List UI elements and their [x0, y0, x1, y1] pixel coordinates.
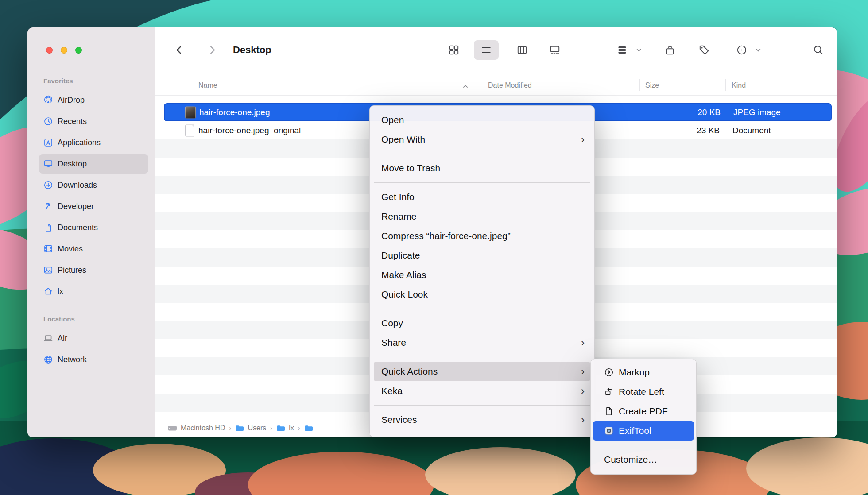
menu-separator	[374, 182, 590, 183]
more-chevron-down-icon[interactable]	[754, 40, 763, 60]
menu-item-label: Quick Actions	[381, 366, 438, 377]
hard-drive-icon	[167, 425, 177, 432]
screen: Favorites AirDrop Recents Applications	[0, 0, 868, 495]
menu-item-share[interactable]: Share›	[374, 333, 590, 352]
forward-button[interactable]	[202, 40, 222, 60]
jpeg-thumbnail-icon	[185, 106, 196, 118]
context-menu: Open Open With› Move to Trash Get Info R…	[369, 105, 595, 437]
share-button[interactable]	[660, 40, 680, 60]
menu-item-get-info[interactable]: Get Info	[374, 187, 590, 207]
menu-item-label: Open With	[381, 134, 425, 145]
film-icon	[43, 244, 53, 254]
more-options-button[interactable]	[732, 40, 752, 60]
file-kind: JPEG image	[733, 108, 781, 117]
sidebar-item-downloads[interactable]: Downloads	[39, 175, 148, 195]
column-divider[interactable]	[639, 79, 640, 91]
desktop-icon	[43, 159, 53, 169]
airdrop-icon	[43, 95, 53, 105]
menu-separator	[374, 357, 590, 357]
column-view-button[interactable]	[512, 40, 532, 60]
path-item-users[interactable]: Users	[235, 424, 266, 432]
sidebar-item-label: Recents	[58, 117, 87, 126]
sidebar-item-desktop[interactable]: Desktop	[39, 154, 148, 174]
column-divider[interactable]	[725, 79, 726, 91]
downloads-icon	[43, 180, 53, 190]
close-window-button[interactable]	[46, 47, 53, 54]
group-chevron-down-icon[interactable]	[634, 40, 643, 60]
folder-icon	[276, 425, 285, 432]
column-header-date-modified[interactable]: Date Modified	[488, 75, 532, 95]
sidebar-item-lx[interactable]: lx	[39, 282, 148, 301]
menu-separator	[374, 154, 590, 154]
toolbar: Desktop	[155, 27, 837, 75]
submenu-item-rotate-left[interactable]: Rotate Left	[593, 382, 694, 402]
globe-icon	[43, 355, 53, 364]
submenu-item-create-pdf[interactable]: Create PDF	[593, 402, 694, 421]
path-item-partial[interactable]	[304, 425, 317, 432]
sidebar-item-recents[interactable]: Recents	[39, 112, 148, 131]
document-icon	[43, 223, 53, 232]
path-separator: ›	[270, 424, 272, 432]
menu-item-quick-actions[interactable]: Quick Actions›	[374, 362, 590, 381]
menu-item-copy[interactable]: Copy	[374, 313, 590, 333]
path-item-label: lx	[289, 424, 294, 432]
sidebar-item-air[interactable]: Air	[39, 329, 148, 348]
submenu-item-exiftool[interactable]: ExifTool	[593, 421, 694, 441]
icon-view-button[interactable]	[444, 40, 464, 60]
file-size: 23 KB	[641, 126, 720, 135]
menu-item-label: Compress “hair-force-one.jpeg”	[381, 231, 511, 241]
submenu-item-customize[interactable]: Customize…	[593, 450, 694, 469]
sidebar-item-label: Pictures	[58, 266, 86, 275]
menu-item-open[interactable]: Open	[374, 110, 590, 130]
list-view-button[interactable]	[474, 40, 499, 60]
column-header-name[interactable]: Name	[198, 75, 217, 95]
menu-item-move-to-trash[interactable]: Move to Trash	[374, 159, 590, 178]
path-item-macintosh-hd[interactable]: Macintosh HD	[167, 424, 225, 432]
submenu-chevron-icon: ›	[581, 337, 585, 348]
search-button[interactable]	[809, 40, 828, 60]
sidebar-item-airdrop[interactable]: AirDrop	[39, 90, 148, 110]
applications-icon	[43, 138, 53, 147]
path-item-label: Users	[248, 424, 266, 432]
hammer-icon	[43, 201, 53, 211]
menu-item-services[interactable]: Services›	[374, 410, 590, 429]
sidebar-item-applications[interactable]: Applications	[39, 133, 148, 152]
menu-item-quick-look[interactable]: Quick Look	[374, 285, 590, 304]
menu-item-open-with[interactable]: Open With›	[374, 130, 590, 149]
menu-item-compress[interactable]: Compress “hair-force-one.jpeg”	[374, 226, 590, 246]
menu-item-label: Open	[381, 115, 404, 125]
menu-item-keka[interactable]: Keka›	[374, 381, 590, 401]
minimize-window-button[interactable]	[61, 47, 67, 54]
menu-item-label: Move to Trash	[381, 163, 440, 174]
rotate-left-icon	[604, 387, 614, 397]
sort-ascending-icon[interactable]	[462, 83, 469, 91]
submenu-item-markup[interactable]: Markup	[593, 363, 694, 382]
sidebar-item-developer[interactable]: Developer	[39, 197, 148, 216]
menu-separator	[374, 309, 590, 309]
laptop-icon	[43, 333, 53, 343]
menu-item-label: Quick Look	[381, 289, 428, 300]
group-button[interactable]	[612, 40, 632, 60]
column-header-kind[interactable]: Kind	[732, 75, 746, 95]
menu-item-duplicate[interactable]: Duplicate	[374, 246, 590, 265]
sidebar-item-documents[interactable]: Documents	[39, 218, 148, 237]
zoom-window-button[interactable]	[75, 47, 82, 54]
sidebar-item-movies[interactable]: Movies	[39, 239, 148, 259]
column-header-size[interactable]: Size	[645, 75, 659, 95]
gallery-view-button[interactable]	[545, 40, 565, 60]
sidebar-item-pictures[interactable]: Pictures	[39, 260, 148, 280]
tag-button[interactable]	[694, 40, 714, 60]
menu-item-label: Make Alias	[381, 270, 426, 280]
menu-separator	[595, 445, 692, 445]
menu-item-rename[interactable]: Rename	[374, 207, 590, 226]
sidebar-item-label: Movies	[58, 244, 83, 254]
menu-item-make-alias[interactable]: Make Alias	[374, 265, 590, 285]
sidebar-item-label: Network	[58, 355, 87, 364]
column-divider[interactable]	[482, 79, 482, 91]
sidebar-item-network[interactable]: Network	[39, 350, 148, 369]
path-item-lx[interactable]: lx	[276, 424, 294, 432]
back-button[interactable]	[170, 40, 189, 60]
menu-item-label: Services	[381, 414, 417, 425]
sidebar-item-label: Developer	[58, 202, 94, 211]
document-icon	[185, 124, 194, 136]
